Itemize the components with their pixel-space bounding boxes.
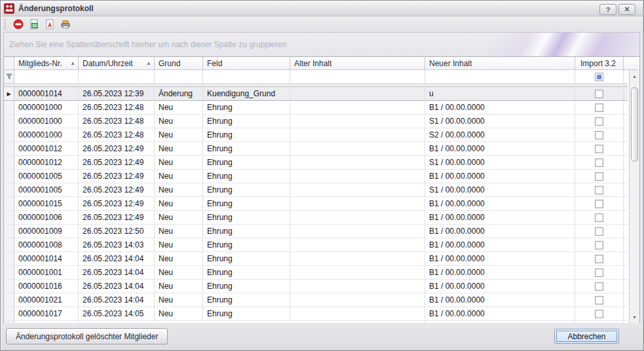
filter-cell-neuer-inhalt[interactable] <box>425 70 575 84</box>
row-indicator-cell: ▶ <box>4 293 14 307</box>
import-checkbox[interactable] <box>595 131 603 139</box>
import-checkbox[interactable] <box>595 103 603 112</box>
cell-filler <box>624 142 628 156</box>
filter-cell-datum[interactable] <box>79 70 155 84</box>
cell-mitglieds-nr: 0000001015 <box>14 197 79 211</box>
scrollbar-thumb[interactable] <box>631 87 638 162</box>
import-checkbox[interactable] <box>595 282 603 291</box>
column-header-alter-inhalt[interactable]: Alter Inhalt <box>290 57 425 70</box>
cell-datum-uhrzeit: 26.05.2023 14:04 <box>79 266 155 280</box>
group-by-panel[interactable]: Ziehen Sie eine Spaltenüberschrift hierh… <box>3 32 640 57</box>
vertical-scrollbar[interactable]: ▲ ▼ <box>629 70 639 323</box>
cell-import <box>575 156 624 170</box>
table-row[interactable]: ▶ 0000001008 26.05.2023 14:03 Neu Ehrung… <box>4 238 628 252</box>
import-checkbox[interactable] <box>595 90 603 98</box>
filter-cell-alter-inhalt[interactable] <box>290 70 425 84</box>
import-checkbox[interactable] <box>595 213 603 222</box>
cell-feld: Ehrung <box>203 211 290 225</box>
toolbar-grip[interactable] <box>4 19 6 29</box>
pdf-export-button[interactable] <box>42 18 57 31</box>
column-header-import-3-2[interactable]: Import 3.2 <box>575 57 624 70</box>
table-row[interactable]: ▶ 0000001016 26.05.2023 14:04 Neu Ehrung… <box>4 280 628 293</box>
table-row[interactable]: ▶ 0000001021 26.05.2023 14:04 Neu Ehrung… <box>4 293 628 307</box>
cell-alter-inhalt <box>290 266 425 280</box>
cell-feld: Ehrung <box>203 280 290 293</box>
cell-import <box>575 225 624 238</box>
table-row[interactable]: ▶ 0000001006 26.05.2023 12:49 Neu Ehrung… <box>4 211 628 225</box>
import-checkbox[interactable] <box>595 172 603 181</box>
import-checkbox[interactable] <box>595 158 603 167</box>
cell-mitglieds-nr: 0000001012 <box>14 156 79 170</box>
import-filter-checkbox[interactable] <box>595 73 603 81</box>
cell-datum-uhrzeit: 26.05.2023 12:39 <box>79 87 155 101</box>
column-header-grund[interactable]: Grund <box>155 57 203 70</box>
cell-feld: Ehrung <box>203 266 290 280</box>
table-row[interactable]: ▶ 0000001017 26.05.2023 14:05 Neu Ehrung… <box>4 307 628 321</box>
import-checkbox[interactable] <box>595 241 603 249</box>
cell-filler <box>624 197 628 211</box>
table-row[interactable]: ▶ 0000001005 26.05.2023 12:49 Neu Ehrung… <box>4 170 628 183</box>
table-row[interactable]: ▶ 0000001000 26.05.2023 12:48 Neu Ehrung… <box>4 101 628 115</box>
table-row[interactable]: ▶ 0000001001 26.05.2023 14:04 Neu Ehrung… <box>4 266 628 280</box>
table-row[interactable]: ▶ 0000001014 26.05.2023 14:04 Neu Ehrung… <box>4 252 628 266</box>
column-header-datum-uhrzeit[interactable]: Datum/Uhrzeit ▲ <box>79 57 155 70</box>
filter-cell-mitglieds-nr[interactable] <box>14 70 79 84</box>
filter-cell-grund[interactable] <box>155 70 203 84</box>
cell-grund: Neu <box>155 252 203 266</box>
table-row[interactable]: ▶ 0000001012 26.05.2023 12:49 Neu Ehrung… <box>4 142 628 156</box>
import-checkbox[interactable] <box>595 117 603 126</box>
footer-bar: Änderungsprotokoll gelöschter Mitglieder… <box>1 323 643 350</box>
cell-feld: Ehrung <box>203 128 290 142</box>
stop-button[interactable] <box>10 18 26 31</box>
cell-import <box>575 197 624 211</box>
cell-import <box>575 170 624 183</box>
scroll-down-arrow-icon[interactable]: ▼ <box>630 312 639 322</box>
table-row[interactable]: ▶ 0000001012 26.05.2023 12:49 Neu Ehrung… <box>4 156 628 170</box>
cell-mitglieds-nr: 0000001005 <box>14 170 79 183</box>
import-checkbox[interactable] <box>595 186 603 194</box>
import-checkbox[interactable] <box>595 296 603 305</box>
table-row[interactable]: ▶ 0000001000 26.05.2023 12:48 Neu Ehrung… <box>4 128 628 142</box>
table-row[interactable]: ▶ 0000001014 26.05.2023 12:39 Änderung K… <box>4 87 628 101</box>
cell-mitglieds-nr: 0000001014 <box>14 87 79 101</box>
import-checkbox[interactable] <box>595 255 603 263</box>
print-button[interactable] <box>58 18 73 31</box>
cell-grund: Neu <box>155 128 203 142</box>
cell-datum-uhrzeit: 26.05.2023 12:48 <box>79 101 155 115</box>
column-header-feld[interactable]: Feld <box>203 57 290 70</box>
import-checkbox[interactable] <box>595 310 603 318</box>
cell-filler <box>624 211 628 225</box>
excel-export-button[interactable] <box>26 18 41 31</box>
filter-cell-import[interactable] <box>575 70 624 84</box>
close-button[interactable]: ✕ <box>618 4 635 15</box>
import-checkbox[interactable] <box>595 145 603 153</box>
row-indicator-cell: ▶ <box>4 211 14 225</box>
cell-alter-inhalt <box>290 252 425 266</box>
help-button[interactable]: ? <box>599 4 616 15</box>
row-indicator-cell: ▶ <box>4 156 14 170</box>
table-row[interactable]: ▶ 0000001005 26.05.2023 12:49 Neu Ehrung… <box>4 183 628 197</box>
row-indicator-cell: ▶ <box>4 183 14 197</box>
deleted-members-log-button[interactable]: Änderungsprotokoll gelöschter Mitglieder <box>6 328 168 344</box>
cell-alter-inhalt <box>290 307 425 321</box>
cell-alter-inhalt <box>290 183 425 197</box>
cell-feld: Ehrung <box>203 238 290 252</box>
cell-datum-uhrzeit: 26.05.2023 12:49 <box>79 170 155 183</box>
table-row[interactable]: ▶ 0000001009 26.05.2023 12:50 Neu Ehrung… <box>4 225 628 238</box>
table-row[interactable]: ▶ 0000001015 26.05.2023 12:49 Neu Ehrung… <box>4 197 628 211</box>
cancel-button[interactable]: Abbrechen <box>554 329 619 344</box>
column-header-neuer-inhalt[interactable]: Neuer Inhalt <box>425 57 575 70</box>
filter-cell-feld[interactable] <box>203 70 290 84</box>
import-checkbox[interactable] <box>595 200 603 208</box>
table-row[interactable]: ▶ 0000001000 26.05.2023 12:48 Neu Ehrung… <box>4 115 628 128</box>
cell-neuer-inhalt: B1 / 00.00.0000 <box>425 280 575 293</box>
cell-mitglieds-nr: 0000001021 <box>14 293 79 307</box>
cell-grund: Neu <box>155 156 203 170</box>
cell-grund: Neu <box>155 183 203 197</box>
import-checkbox[interactable] <box>595 227 603 236</box>
cell-neuer-inhalt: B1 / 00.00.0000 <box>425 101 575 115</box>
import-checkbox[interactable] <box>595 268 603 277</box>
column-header-mitglieds-nr[interactable]: Mitglieds-Nr. ▲ <box>14 57 79 70</box>
scroll-up-arrow-icon[interactable]: ▲ <box>630 71 639 81</box>
cell-filler <box>624 101 628 115</box>
